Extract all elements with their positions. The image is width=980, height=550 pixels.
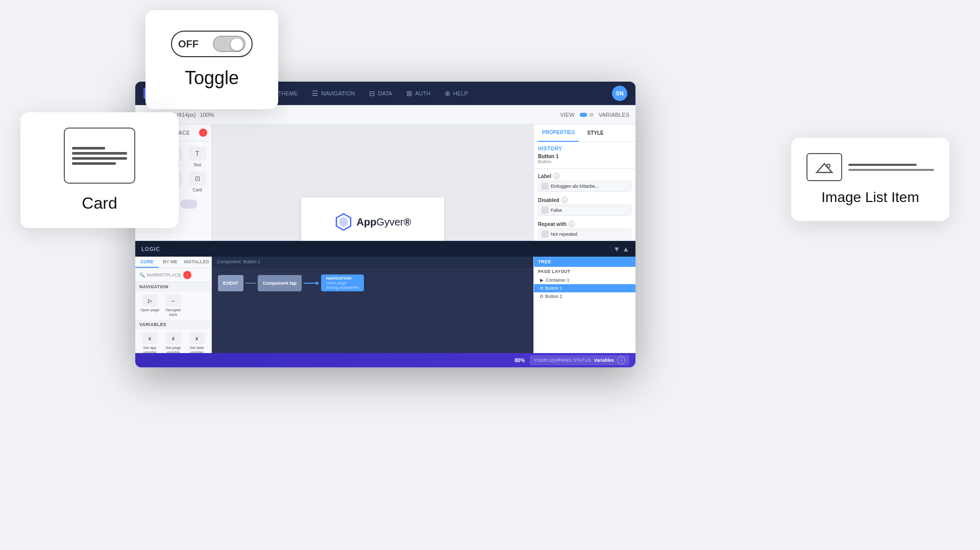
prop-label-row: Label i Einloggen als Mitarbe... (538, 173, 631, 192)
prop-disabled-value: False (538, 205, 631, 216)
logic-tab-installed[interactable]: INSTALLED (182, 257, 211, 268)
tree-item-button2[interactable]: Button 2 (534, 292, 635, 301)
history-section: HISTORY Button 1 Button (534, 142, 635, 169)
tree-item-container1[interactable]: ▶ Container 1 (534, 276, 635, 284)
bottombar-info-icon[interactable]: i (617, 356, 625, 364)
logic-sidebar: CORE BY ME INSTALLED 🔍 MARKETPLACE ! NAV… (135, 257, 212, 353)
view-label: VIEW (560, 112, 575, 118)
style-tab[interactable]: STYLE (583, 124, 607, 142)
tree-header-label: TREE (538, 259, 551, 264)
logic-sidebar-tabs: CORE BY ME INSTALLED (135, 257, 211, 268)
appgyver-logo-icon (334, 213, 353, 231)
logic-tab-core[interactable]: CORE (135, 257, 159, 268)
repeat-info-icon[interactable]: i (569, 221, 575, 227)
topbar-nav-auth[interactable]: ⊠ AUTH (400, 82, 436, 105)
disabled-info-icon[interactable]: i (561, 197, 568, 203)
image-placeholder (806, 153, 842, 181)
view-toggle[interactable] (580, 113, 594, 117)
bottombar-status: YOUR LEARNING STATUS Variables i (530, 355, 629, 365)
subheader-zoom: 100% (200, 112, 214, 118)
logic-tab-by-me[interactable]: BY ME (159, 257, 182, 268)
image-list-label-text: Image List Item (821, 189, 919, 206)
logic-collapse-icon[interactable]: ▼ (613, 245, 620, 253)
text-label: Text (193, 162, 202, 167)
logic-header: LOGIC ▼ ▲ (135, 241, 635, 257)
card-line-1 (72, 147, 105, 149)
logic-variables-grid: x Set app variable x Set page variable x… (135, 329, 211, 353)
logic-item-set-page-var[interactable]: x Set page variable (163, 332, 184, 353)
variables-status-label: Variables (594, 358, 614, 363)
logic-item-navigate-back[interactable]: ← Navigate back (163, 294, 184, 317)
card-label-text: Card (82, 194, 117, 213)
history-item-sub: Button (538, 159, 631, 164)
flow-connector-1 (304, 283, 319, 284)
properties-tab[interactable]: PROPERTIES (538, 124, 579, 142)
theme-label: THEME (278, 90, 298, 96)
toggle-knob (230, 38, 243, 51)
logic-tab-core-label: CORE (140, 259, 154, 264)
history-title: HISTORY (538, 146, 631, 152)
label-info-icon[interactable]: i (553, 173, 559, 179)
topbar-nav-data[interactable]: ⊟ DATA (363, 82, 398, 105)
prop-label-text: Label (538, 173, 551, 179)
flow-line-1 (246, 283, 256, 284)
prop-label-val-text: Einloggen als Mitarbe... (551, 184, 599, 189)
sidebar-item-card[interactable]: ⊡ Card (187, 171, 207, 192)
tree-button1-label: Button 1 (545, 286, 562, 291)
prop-label-label: Label i (538, 173, 631, 179)
card-line-2 (72, 152, 127, 155)
page-layout-label: PAGE LAYOUT (538, 269, 570, 274)
logic-expand-icon[interactable]: ▲ (622, 245, 629, 253)
logic-item-open-page[interactable]: ▷ Open page (139, 294, 160, 317)
style-tab-label: STYLE (587, 130, 603, 136)
event-label: EVENT (223, 281, 238, 286)
prop-disabled-icon (542, 207, 549, 214)
logic-sidebar-search[interactable]: 🔍 MARKETPLACE ! (135, 268, 211, 282)
set-app-var-icon: x (142, 332, 158, 344)
view-dot-inactive (590, 113, 594, 117)
sidebar-badge: ! (199, 129, 207, 137)
logic-tree-panel: TREE PAGE LAYOUT ▶ Container 1 Button 1 … (533, 257, 635, 353)
logic-tab-byme-label: BY ME (163, 259, 177, 264)
flow-component-node[interactable]: Component tap (258, 275, 302, 291)
help-label: HELP (453, 90, 468, 96)
toggle-switch-display: OFF (171, 31, 253, 57)
sidebar-item-text[interactable]: T Text (187, 146, 207, 167)
appgyver-logo: AppGyver® (313, 213, 432, 231)
logic-flow: EVENT Component tap NAVIGATION Open page… (212, 267, 533, 298)
flow-event-node[interactable]: EVENT (218, 275, 243, 291)
logic-marketplace-label: MARKETPLACE (147, 272, 181, 278)
logic-item-set-data-var[interactable]: x Set data variable (186, 332, 207, 353)
tree-header: TREE (534, 257, 635, 267)
logic-main: CORE BY ME INSTALLED 🔍 MARKETPLACE ! NAV… (135, 257, 635, 353)
logic-item-set-app-var[interactable]: x Set app variable (139, 332, 160, 353)
topbar-nav-navigation[interactable]: ☰ NAVIGATION (306, 82, 361, 105)
logic-title-text: LOGIC (141, 246, 160, 252)
flow-navigation-node[interactable]: NAVIGATION Open page Antrag auswählen (321, 274, 364, 291)
variables-section-label: VARIABLES (139, 322, 166, 327)
prop-repeat-label: Repeat with i (538, 221, 631, 227)
prop-repeat-row: Repeat with i Not repeated (538, 221, 631, 240)
user-avatar[interactable]: SN (612, 86, 627, 101)
prop-disabled-row: Disabled i False (538, 197, 631, 216)
logic-expand-arrows: ▼ ▲ (613, 245, 629, 253)
component-tap-label: Component tap (263, 281, 297, 286)
logic-navigation-grid: ▷ Open page ← Navigate back (135, 291, 211, 320)
flow-nav-antrag: Antrag auswählen (326, 285, 359, 290)
navigation-icon: ☰ (312, 89, 318, 97)
image-list-icon-row (806, 153, 934, 181)
image-list-card: Image List Item (791, 138, 949, 221)
text-icon: T (189, 146, 206, 161)
logic-canvas: Component: Button 1 EVENT Component tap … (212, 257, 533, 353)
card-line-3 (72, 157, 127, 160)
topbar-nav-help[interactable]: ⊕ HELP (438, 82, 474, 105)
svg-marker-4 (339, 217, 348, 227)
component-title-text: Component: Button 1 (217, 259, 260, 264)
tree-item-button1[interactable]: Button 1 (534, 284, 635, 292)
button1-dot-icon (540, 287, 543, 290)
logic-panel: LOGIC ▼ ▲ CORE BY ME INSTALLED (135, 241, 635, 353)
list-line-top (848, 164, 917, 166)
toggle-track[interactable] (213, 36, 246, 52)
tree-container1-label: Container 1 (546, 278, 570, 283)
logic-canvas-header: Component: Button 1 (212, 257, 533, 267)
